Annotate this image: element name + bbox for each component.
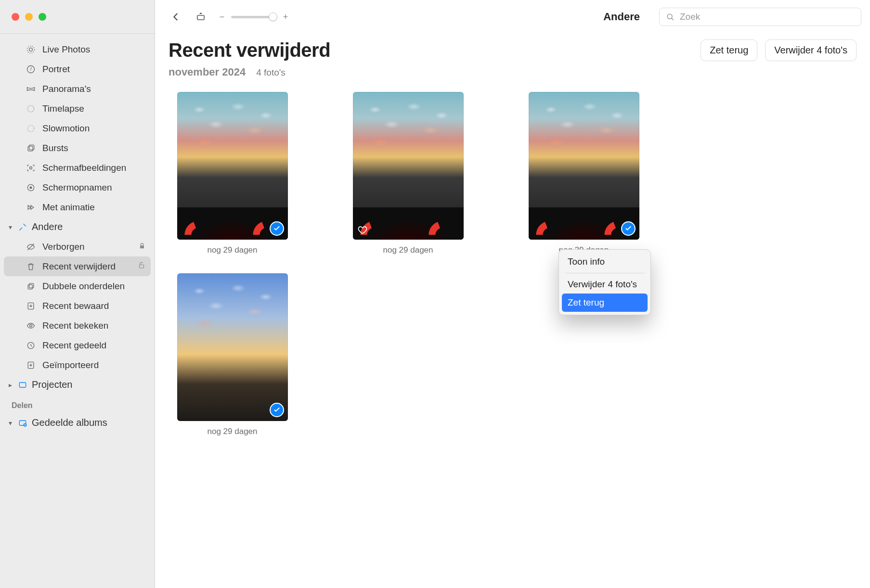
lock-icon <box>138 242 146 252</box>
sidebar-item-timelapse[interactable]: Timelapse <box>4 99 151 118</box>
search-input[interactable] <box>680 12 855 22</box>
panorama-icon <box>26 84 36 94</box>
photo-cell[interactable]: nog 29 dagen <box>169 92 296 255</box>
photo-caption: nog 29 dagen <box>208 427 258 436</box>
shared-albums-icon <box>17 418 28 428</box>
sidebar-item-recently-saved[interactable]: Recent bewaard <box>4 296 151 316</box>
sidebar-header-andere[interactable]: ▾ Andere <box>4 217 151 237</box>
context-menu-item-info[interactable]: Toon info <box>562 253 648 271</box>
zoom-out-icon[interactable]: − <box>219 12 225 22</box>
sidebar-header-label: Projecten <box>32 379 73 390</box>
sidebar-item-imported[interactable]: Geïmporteerd <box>4 355 151 375</box>
sidebar-item-label: Recent bekeken <box>28 320 108 331</box>
timelapse-icon <box>26 104 36 114</box>
sidebar-item-bursts[interactable]: Bursts <box>4 138 151 158</box>
title-row: Recent verwijderd Zet terug Verwijder 4 … <box>169 39 857 61</box>
sidebar-item-label: Timelapse <box>28 103 84 114</box>
photo-thumbnail[interactable] <box>529 92 639 240</box>
zoom-thumb[interactable] <box>269 13 277 21</box>
content: Recent verwijderd Zet terug Verwijder 4 … <box>155 34 870 588</box>
photo-caption: nog 29 dagen <box>208 245 258 255</box>
unlock-icon <box>137 261 146 272</box>
sidebar-header-projecten[interactable]: ▸ Projecten <box>4 375 151 395</box>
photo-grid: nog 29 dagen nog 29 dagen <box>169 92 823 436</box>
sidebar-item-hidden[interactable]: Verborgen <box>4 237 151 256</box>
sidebar-item-panoramas[interactable]: Panorama's <box>4 79 151 99</box>
svg-rect-12 <box>140 265 144 268</box>
fullscreen-window-button[interactable] <box>39 13 46 21</box>
sidebar-item-recently-deleted[interactable]: Recent verwijderd <box>4 256 151 276</box>
sidebar-item-label: Slowmotion <box>28 123 90 134</box>
sidebar-item-screenrecordings[interactable]: Schermopnamen <box>4 178 151 197</box>
context-menu: Toon info Verwijder 4 foto's Zet terug <box>558 249 651 315</box>
svg-rect-13 <box>28 284 32 289</box>
aspect-toggle-button[interactable] <box>194 10 208 24</box>
duplicates-icon <box>26 281 36 291</box>
zoom-in-icon[interactable]: + <box>282 12 289 22</box>
recover-button[interactable]: Zet terug <box>701 39 757 61</box>
sidebar-item-label: Live Photos <box>28 44 90 55</box>
svg-point-1 <box>27 46 35 53</box>
favorite-heart-icon[interactable] <box>357 224 368 236</box>
photo-cell[interactable]: nog 29 dagen <box>520 92 648 255</box>
sidebar-item-animated[interactable]: Met animatie <box>4 197 151 217</box>
imported-icon <box>26 360 36 370</box>
svg-rect-14 <box>29 283 34 288</box>
context-menu-item-recover[interactable]: Zet terug <box>562 294 648 312</box>
sidebar-item-portret[interactable]: f Portret <box>4 59 151 79</box>
sidebar-item-screenshots[interactable]: Schermafbeeldingen <box>4 158 151 178</box>
search-icon <box>665 12 675 22</box>
sidebar-item-live-photos[interactable]: Live Photos <box>4 39 151 59</box>
sidebar-item-recently-viewed[interactable]: Recent bekeken <box>4 316 151 335</box>
sidebar-item-label: Schermafbeeldingen <box>28 163 126 173</box>
photo-thumbnail[interactable] <box>177 273 288 421</box>
livephotos-icon <box>26 45 36 54</box>
chevron-down-icon: ▾ <box>7 419 13 427</box>
context-menu-separator <box>565 273 645 273</box>
delete-button[interactable]: Verwijder 4 foto's <box>765 39 857 61</box>
svg-point-16 <box>30 324 32 327</box>
sidebar-item-label: Verborgen <box>28 242 85 252</box>
context-menu-item-delete[interactable]: Verwijder 4 foto's <box>562 275 648 294</box>
photo-thumbnail[interactable] <box>353 92 464 240</box>
svg-point-23 <box>667 14 672 19</box>
sidebar-item-recently-shared[interactable]: Recent gedeeld <box>4 335 151 355</box>
sidebar-item-label: Met animatie <box>28 202 95 213</box>
chevron-down-icon: ▾ <box>7 223 13 231</box>
chevron-right-icon: ▸ <box>7 381 13 389</box>
projects-icon <box>17 380 28 390</box>
subtitle-count: 4 foto's <box>256 67 286 78</box>
sidebar-item-label: Geïmporteerd <box>28 360 99 371</box>
zoom-track[interactable] <box>231 16 276 18</box>
subtitle-row: november 2024 4 foto's <box>169 66 857 78</box>
sidebar-item-duplicates[interactable]: Dubbele onderdelen <box>4 276 151 296</box>
sidebar-header-label: Andere <box>32 221 63 232</box>
saved-icon <box>26 301 36 311</box>
selected-check-icon <box>621 221 636 236</box>
sidebar-item-label: Recent gedeeld <box>28 340 106 351</box>
slowmotion-icon <box>26 124 36 133</box>
zoom-slider[interactable]: − + <box>219 12 289 22</box>
close-window-button[interactable] <box>12 13 19 21</box>
sidebar-scroll[interactable]: Live Photos f Portret Panorama's Timelap… <box>0 34 155 588</box>
photo-thumbnail[interactable] <box>177 92 288 240</box>
svg-rect-22 <box>197 15 204 20</box>
toolbar: − + Andere <box>155 0 870 34</box>
back-button[interactable] <box>169 10 183 24</box>
eye-icon <box>26 321 36 331</box>
photo-cell[interactable]: nog 29 dagen <box>344 92 472 255</box>
sidebar-item-label: Schermopnamen <box>28 182 112 193</box>
title-actions: Zet terug Verwijder 4 foto's <box>701 39 857 61</box>
svg-rect-19 <box>19 383 26 387</box>
animated-icon <box>26 203 36 212</box>
bursts-icon <box>26 143 36 153</box>
minimize-window-button[interactable] <box>25 13 33 21</box>
search-field[interactable] <box>659 8 861 26</box>
photo-cell[interactable]: nog 29 dagen <box>169 273 296 436</box>
sidebar-header-label: Gedeelde albums <box>32 417 107 428</box>
sidebar-item-slowmotion[interactable]: Slowmotion <box>4 118 151 138</box>
tools-icon <box>17 222 28 232</box>
screenshot-icon <box>26 163 36 173</box>
sidebar-header-shared-albums[interactable]: ▾ Gedeelde albums <box>4 413 151 433</box>
window-controls <box>0 0 155 34</box>
